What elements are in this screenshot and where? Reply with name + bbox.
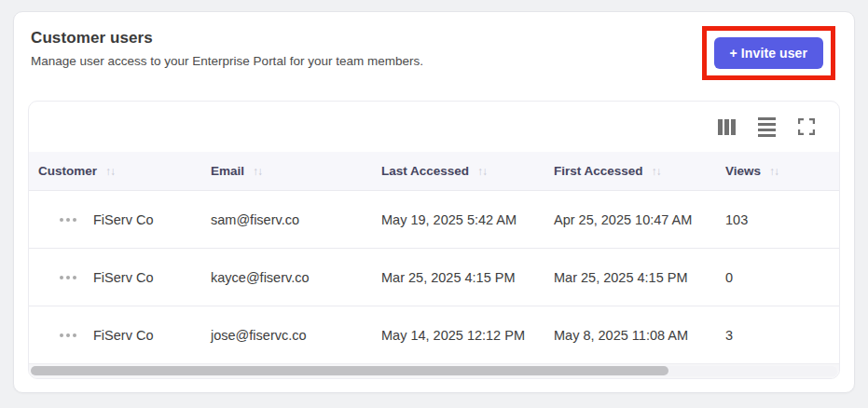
- sort-icon: ↑↓: [477, 165, 487, 178]
- views-cell: 0: [716, 270, 839, 285]
- views-cell: 3: [716, 328, 839, 343]
- row-density-icon-glyph: [758, 117, 776, 137]
- users-table: Customer ↑↓ Email ↑↓ Last Accessed ↑↓ Fi…: [28, 101, 840, 379]
- email-cell: sam@fiserv.co: [201, 212, 372, 227]
- table-row: FiServ Co kayce@fiserv.co Mar 25, 2025 4…: [29, 248, 839, 306]
- table-row: FiServ Co jose@fiservc.co May 14, 2025 1…: [29, 306, 839, 363]
- sort-icon: ↑↓: [769, 165, 778, 178]
- column-header-label: Last Accessed: [381, 164, 469, 178]
- column-header-customer[interactable]: Customer ↑↓: [29, 164, 201, 178]
- customer-name: FiServ Co: [93, 270, 153, 285]
- table-row: FiServ Co sam@fiserv.co May 19, 2025 5:4…: [29, 190, 839, 248]
- first-accessed-cell: May 8, 2025 11:08 AM: [544, 328, 716, 343]
- fullscreen-icon-glyph: [798, 118, 815, 135]
- fullscreen-icon[interactable]: [798, 118, 815, 135]
- last-accessed-cell: Mar 25, 2025 4:15 PM: [372, 270, 544, 285]
- row-actions-button[interactable]: [58, 214, 78, 225]
- first-accessed-cell: Apr 25, 2025 10:47 AM: [544, 212, 716, 227]
- last-accessed-cell: May 19, 2025 5:42 AM: [372, 212, 544, 227]
- panel-header-text: Customer users Manage user access to you…: [31, 29, 423, 68]
- customer-cell: FiServ Co: [29, 212, 201, 227]
- panel-header: Customer users Manage user access to you…: [14, 12, 854, 80]
- columns-icon[interactable]: [718, 119, 736, 135]
- first-accessed-cell: Mar 25, 2025 4:15 PM: [544, 270, 716, 285]
- scrollbar-thumb[interactable]: [31, 366, 668, 375]
- customer-users-panel: Customer users Manage user access to you…: [13, 11, 855, 393]
- table-toolbar: [29, 102, 839, 152]
- column-header-views[interactable]: Views ↑↓: [716, 164, 839, 178]
- customer-name: FiServ Co: [93, 212, 153, 227]
- sort-icon: ↑↓: [105, 165, 115, 178]
- row-actions-button[interactable]: [58, 330, 78, 341]
- page-title: Customer users: [31, 29, 423, 48]
- last-accessed-cell: May 14, 2025 12:12 PM: [372, 328, 544, 343]
- column-header-label: Customer: [38, 164, 97, 178]
- views-cell: 103: [716, 212, 839, 227]
- row-actions-button[interactable]: [58, 272, 78, 283]
- column-header-last-accessed[interactable]: Last Accessed ↑↓: [372, 164, 544, 178]
- horizontal-scrollbar[interactable]: [29, 363, 839, 378]
- table-header-row: Customer ↑↓ Email ↑↓ Last Accessed ↑↓ Fi…: [29, 152, 839, 190]
- columns-icon-glyph: [718, 119, 736, 135]
- sort-icon: ↑↓: [652, 165, 661, 178]
- email-cell: kayce@fiserv.co: [201, 270, 372, 285]
- customer-cell: FiServ Co: [29, 328, 201, 343]
- page-subtitle: Manage user access to your Enterprise Po…: [31, 54, 423, 68]
- customer-cell: FiServ Co: [29, 270, 201, 285]
- column-header-email[interactable]: Email ↑↓: [201, 164, 372, 178]
- invite-user-button[interactable]: + Invite user: [714, 37, 823, 69]
- column-header-label: First Accessed: [554, 164, 643, 178]
- column-header-label: Email: [211, 164, 244, 178]
- annotation-highlight-box: + Invite user: [702, 26, 835, 80]
- row-density-icon[interactable]: [758, 117, 776, 137]
- sort-icon: ↑↓: [253, 165, 262, 178]
- column-header-first-accessed[interactable]: First Accessed ↑↓: [544, 164, 716, 178]
- customer-name: FiServ Co: [93, 328, 153, 343]
- column-header-label: Views: [725, 164, 761, 178]
- email-cell: jose@fiservc.co: [201, 328, 372, 343]
